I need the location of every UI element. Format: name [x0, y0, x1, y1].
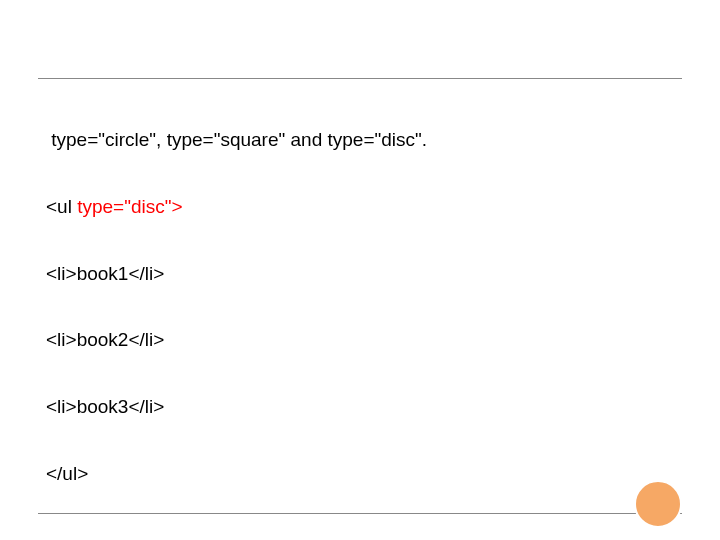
text-intro: type="circle", type="square" and type="d…	[46, 129, 427, 150]
top-divider	[38, 78, 682, 79]
line-li-1: <li>book1</li>	[46, 262, 660, 286]
accent-circle-icon	[634, 480, 682, 528]
text-ul-open-a: <ul	[46, 196, 77, 217]
line-intro: type="circle", type="square" and type="d…	[46, 128, 660, 152]
slide: type="circle", type="square" and type="d…	[0, 0, 720, 540]
text-ul-close: </ul>	[46, 463, 88, 484]
line-ul-close: </ul>	[46, 462, 660, 486]
bottom-divider	[38, 513, 682, 514]
line-li-3: <li>book3</li>	[46, 395, 660, 419]
text-li-1: <li>book1</li>	[46, 263, 164, 284]
line-li-2: <li>book2</li>	[46, 328, 660, 352]
text-li-3: <li>book3</li>	[46, 396, 164, 417]
slide-body: type="circle", type="square" and type="d…	[46, 128, 660, 529]
text-li-2: <li>book2</li>	[46, 329, 164, 350]
text-ul-open-b: type="disc">	[77, 196, 182, 217]
line-ul-open: <ul type="disc">	[46, 195, 660, 219]
